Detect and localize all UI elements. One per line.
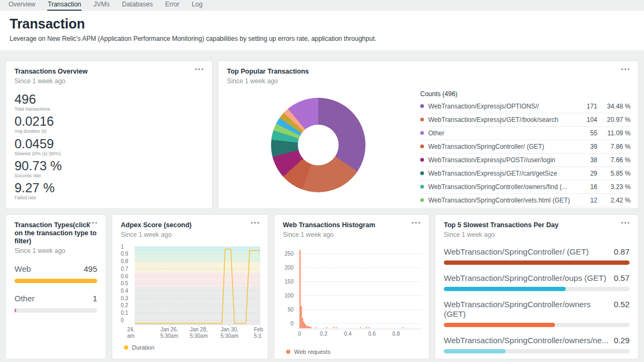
ellipsis-menu-icon[interactable] [86,217,100,228]
panel-subtitle: Since 1 week ago [121,231,259,238]
tab-overview[interactable]: Overview [8,1,36,11]
bar-label-line: Other1 [14,294,97,303]
x-tick-line1: Jan 28, [182,327,215,334]
tab-log[interactable]: Log [191,1,203,11]
y-tick-label: 150 [282,279,294,285]
y-tick-label: 0.6 [121,273,133,279]
x-tick-label: 0.8 [391,331,401,338]
y-tick-label: 0 [121,317,133,323]
series-color-dot-icon [420,118,424,121]
legend-label: WebTransaction/Expressjs/GET//cart/getSi… [428,170,576,177]
legend-label: Duration [132,344,155,351]
bar-fill [444,287,566,291]
x-tick-line1: Jan 30, [214,327,246,334]
bar-track [444,287,630,291]
series-color-dot-icon [286,350,290,354]
tab-transaction[interactable]: Transaction [47,1,82,11]
panel-subtitle: Since 1 week ago [444,231,630,238]
x-tick-label: Jan 30,5:30am [214,327,246,340]
type-row-web[interactable]: Web495 [14,264,97,283]
legend-label: WebTransaction/Expressjs/POST//user/logi… [428,156,576,164]
bar-value: 0.87 [614,247,630,257]
ellipsis-menu-icon[interactable] [248,217,262,228]
series-color-dot-icon [420,104,424,108]
bar-label: WebTransaction/SpringController/oups (GE… [444,273,606,283]
x-tick-label: 0.2 [318,331,329,338]
ellipsis-menu-icon[interactable] [619,63,633,75]
tab-error[interactable]: Error [165,1,180,11]
x-tick-label: 0.6 [367,331,377,338]
legend-percent: 20.97 % [597,116,631,124]
stat-label: Avg duration (s) [14,128,203,134]
series-color-dot-icon [420,185,424,189]
stat-label: Total transactions [14,106,203,112]
panel-web-transactions-histogram: Web Transactions Histogram Since 1 week … [274,214,429,359]
legend-count: 55 [576,129,597,137]
panel-transaction-types: Transaction Types(click on the transacti… [5,214,106,359]
billboard-stats: 496Total transactions0.0216Avg duration … [14,92,203,201]
donut-chart[interactable] [271,98,365,192]
panel-adpex-score: Adpex Score (second) Since 1 week ago 00… [112,214,268,359]
histogram-bars [297,247,421,329]
legend-row[interactable]: WebTransaction/Expressjs/GET//book/searc… [420,113,631,127]
stat-value: 0.0459 [14,137,203,150]
panel-title: Top 5 Slowest Transactions Per Day [444,221,630,229]
x-tick-label: Jan 28,5:30am [182,327,215,340]
y-tick-label: 0.8 [121,258,133,264]
histogram-x-axis: 00.20.40.60.8 [297,329,420,343]
series-color-dot-icon [420,158,424,162]
y-tick-label: 1 [121,244,133,250]
legend-percent: 2.42 % [597,197,631,204]
legend-label: Other [428,129,576,137]
y-tick-label: 100 [282,293,294,299]
panel-subtitle: Since 1 week ago [14,77,203,85]
bar-label-line: Web495 [14,264,97,273]
ellipsis-menu-icon[interactable] [409,217,423,228]
type-row-other[interactable]: Other1 [14,294,97,313]
legend-label: WebTransaction/Expressjs/OPTIONS// [428,103,576,110]
stat-label: Success rate [14,173,203,178]
donut-legend: Counts (496) WebTransaction/Expressjs/OP… [420,90,631,207]
legend-row[interactable]: WebTransaction/SpringController/ (GET)39… [420,140,631,154]
legend-label: WebTransaction/SpringController/ (GET) [428,143,576,150]
stat-label: Failed rate [14,195,203,200]
x-tick-line1: Jan 26, [153,327,185,334]
legend-count: 171 [576,103,597,110]
bar-track [444,323,630,327]
panel-title: Top Popular Transactions [227,68,630,76]
y-tick-label: 250 [282,251,294,257]
legend-row[interactable]: Other5511.09 % [420,127,631,140]
legend-row[interactable]: WebTransaction/SpringController/vets.htm… [420,194,631,207]
x-tick-line2: 5:30am [153,333,185,340]
panel-title: Web Transactions Histogram [283,221,420,229]
bar-label-line: WebTransaction/SpringController/owners (… [444,300,630,319]
panel-subtitle: Since 1 week ago [283,231,420,238]
stat: 0.0216Avg duration (s) [14,114,203,134]
y-tick-label: 0.4 [121,288,133,294]
slow-transaction-row: WebTransaction/SpringController/ (GET)0.… [444,247,630,265]
x-tick-label: 0 [294,331,305,338]
histogram-legend: Web requests [286,349,420,355]
bar-fill [14,308,16,313]
legend-row[interactable]: WebTransaction/Expressjs/POST//user/logi… [420,154,631,167]
bar-label: Other [14,294,35,303]
top5-bar-rows: WebTransaction/SpringController/ (GET)0.… [444,247,630,359]
ellipsis-menu-icon[interactable] [193,63,207,75]
legend-row[interactable]: WebTransaction/SpringController/owners/f… [420,180,631,194]
legend-percent: 3.23 % [597,183,631,191]
legend-row[interactable]: WebTransaction/Expressjs/OPTIONS//17134.… [420,100,631,113]
tab-databases[interactable]: Databases [121,1,153,11]
histogram-chart: 050100150200250 [297,247,421,329]
bar-value: 0.29 [614,336,630,345]
tab-jvms[interactable]: JVMs [93,1,110,11]
legend-label: WebTransaction/Expressjs/GET//book/searc… [428,116,576,124]
y-tick-label: 0.1 [121,310,133,316]
x-tick-line2: 5:3 [254,333,268,340]
legend-percent: 7.66 % [597,156,631,164]
x-tick-line2: 5:30am [214,333,246,340]
page-subtitle: Leverage on New Relic's APM (Application… [10,35,634,42]
legend-row[interactable]: WebTransaction/Expressjs/GET//cart/getSi… [420,167,631,180]
ellipsis-menu-icon[interactable] [619,217,633,228]
bar-label-line: WebTransaction/SpringController/owners/n… [444,336,630,345]
stat-label: Slowest 10% (s) (90%) [14,151,203,156]
